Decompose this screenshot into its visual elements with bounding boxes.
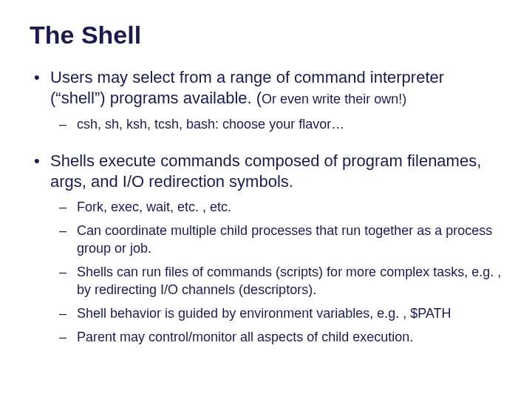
sub-bullet-marker: – — [59, 198, 77, 216]
sub-bullet-text: Shell behavior is guided by environment … — [77, 304, 502, 322]
sub-bullet-item: – Can coordinate multiple child processe… — [59, 222, 502, 257]
sub-bullet-item: – Parent may control/monitor all aspects… — [59, 328, 502, 346]
sub-bullet-item: – Shell behavior is guided by environmen… — [59, 304, 502, 322]
sub-bullet-text: csh, sh, ksh, tcsh, bash: choose your fl… — [77, 115, 502, 133]
bullet-marker: • — [30, 67, 50, 109]
sub-bullet-text: Can coordinate multiple child processes … — [77, 222, 502, 257]
bullet-marker: • — [30, 151, 50, 192]
sub-bullet-marker: – — [59, 222, 77, 257]
bullet-text: Shells execute commands composed of prog… — [50, 151, 502, 192]
slide-title: The Shell — [30, 21, 502, 50]
sub-bullet-item: – csh, sh, ksh, tcsh, bash: choose your … — [59, 115, 502, 133]
sub-bullet-marker: – — [59, 115, 77, 133]
bullet-item: • Users may select from a range of comma… — [30, 67, 502, 109]
sub-bullet-text: Fork, exec, wait, etc. , etc. — [77, 198, 502, 216]
sub-bullet-text: Parent may control/monitor all aspects o… — [77, 328, 502, 346]
sub-bullet-text: Shells can run files of commands (script… — [77, 263, 502, 299]
sub-bullet-item: – Fork, exec, wait, etc. , etc. — [59, 198, 502, 216]
bullet-item: • Shells execute commands composed of pr… — [30, 151, 502, 192]
sub-bullet-marker: – — [59, 263, 77, 299]
sub-bullet-marker: – — [59, 328, 77, 346]
sub-bullet-marker: – — [59, 304, 77, 322]
bullet-text: Users may select from a range of command… — [50, 67, 502, 109]
sub-bullet-item: – Shells can run files of commands (scri… — [59, 263, 502, 299]
